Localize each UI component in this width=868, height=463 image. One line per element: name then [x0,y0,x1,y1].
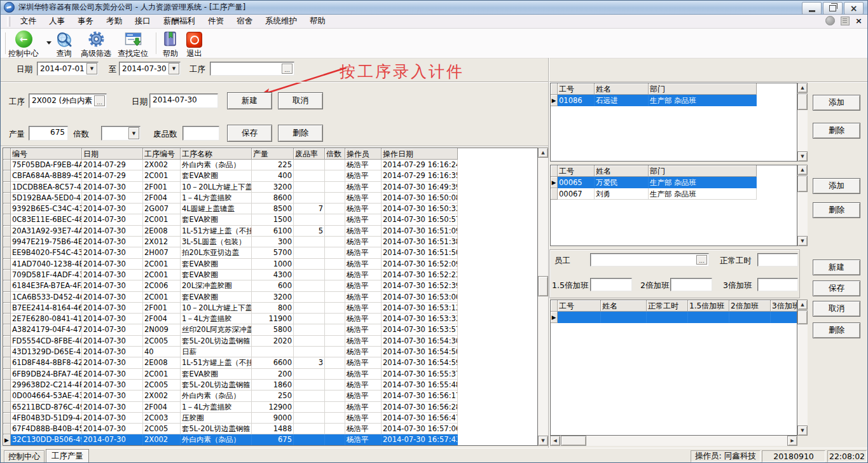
table-cell[interactable]: 75F05BDA-F9EB-4AA6-9 [11,160,82,170]
table-cell[interactable]: 杨浩平 [345,280,382,291]
scroll-thumb[interactable] [797,310,808,324]
table-cell[interactable] [325,182,345,193]
table-cell[interactable] [294,170,325,181]
table-cell[interactable]: 生产部 杂品班 [649,95,757,106]
table-cell[interactable]: 外白内素（杂品） [181,160,252,170]
table-cell[interactable]: 6600 [252,357,294,368]
table-cell[interactable]: 10－20LL方罐上下盖 [181,182,252,193]
exit-tool[interactable]: 退出 [186,31,202,59]
table-row[interactable]: 709D581F-4ADF-4339-82014-07-302C001套EVA胶… [3,270,537,280]
table-cell[interactable]: 2H007 [143,247,181,258]
column-header[interactable]: 工序编号 [143,148,181,160]
table-cell[interactable] [325,270,345,280]
qty-input[interactable]: 675 [29,126,68,141]
table-cell[interactable]: 2014-07-30 16:50:08 [382,193,458,204]
table-cell[interactable]: 2014-07-30 16:54:30 [382,336,458,347]
table-cell[interactable]: 9000 [252,413,294,424]
table-cell[interactable]: 5800 [252,324,294,335]
table-cell[interactable]: 2C001 [143,259,181,270]
table-cell[interactable]: 0D004664-53AE-4325-1 [11,390,82,401]
table-cell[interactable]: 2X012 [143,237,181,247]
column-header[interactable]: 姓名 [601,300,647,312]
table-cell[interactable]: 709D581F-4ADF-4339-8 [11,270,82,280]
table-row[interactable]: 6184E3FA-B7EA-4FA7-82014-07-302C00620L深冲… [3,280,537,291]
table-cell[interactable] [325,237,345,247]
table-cell[interactable] [325,214,345,225]
menu-attendance[interactable]: 考勤 [100,15,128,28]
table-cell[interactable]: 2X002 [143,434,181,445]
table-cell[interactable] [294,292,325,303]
table-cell[interactable]: 2014-07-30 [82,259,143,270]
column-header[interactable]: 工号 [558,165,595,177]
table-cell[interactable]: 2014-07-30 16:52:39 [382,280,458,291]
control-center-tool[interactable]: ← 控制中心 [8,31,39,59]
add-pick-button[interactable]: 添加 [813,178,860,194]
table-cell[interactable]: 2014-07-30 16:52:23 [382,270,458,280]
table-cell[interactable]: 杨浩平 [345,237,382,247]
workers-added-table[interactable]: 工号姓名部门▶01086石远进生产部 杂品班 [550,83,797,162]
table-cell[interactable]: 2C005 [143,424,181,434]
table-cell[interactable]: 2E008 [143,226,181,237]
table-cell[interactable]: 2014-07-30 16:55:37 [382,369,458,380]
menu-dormitory[interactable]: 宿舍 [230,15,259,28]
table-cell[interactable] [294,182,325,193]
table-cell[interactable]: 2F001 [143,182,181,193]
table-cell[interactable]: 5 [294,226,325,237]
table-cell[interactable]: 41AD7040-1238-4ED2-8 [11,259,82,270]
table-cell[interactable]: 杨浩平 [345,324,382,335]
table-cell[interactable]: 杨浩平 [345,247,382,258]
table-cell[interactable]: 2014-07-30 16:53:33 [382,314,458,324]
table-cell[interactable]: 杨浩平 [345,259,382,270]
help-tool[interactable]: 帮助 [162,31,179,59]
table-cell[interactable]: 日薪 [181,347,252,357]
column-header[interactable]: 正常工时 [647,300,688,312]
table-cell[interactable]: 2014-07-30 [82,182,143,193]
table-cell[interactable]: 2014-07-29 16:16:35 [382,170,458,181]
table-cell[interactable]: 300 [252,237,294,247]
table-cell[interactable]: 2014-07-30 16:51:38 [382,237,458,247]
table-cell[interactable]: 2N009 [143,324,181,335]
table-cell[interactable]: 2E7E6280-0841-4198-1 [11,314,82,324]
column-header[interactable]: 操作员 [345,148,382,160]
mdi-close-icon[interactable]: × [855,17,862,25]
table-cell[interactable] [325,314,345,324]
chevron-down-icon[interactable]: ▼ [128,127,139,139]
table-cell[interactable]: 2014-07-30 [82,402,143,413]
tab-control-center[interactable]: 控制中心 [4,450,45,463]
table-cell[interactable]: 刘勇 [595,188,649,200]
scroll-up-button[interactable]: ▲ [797,83,808,93]
table-cell[interactable]: 万爱民 [595,177,649,188]
table-cell[interactable]: 2014-07-29 16:16:24 [382,160,458,170]
table-cell[interactable]: B7EE2414-8164-4657-1 [11,303,82,314]
table-cell[interactable]: 外白内素（杂品） [181,390,252,401]
table-cell[interactable]: 2014-07-30 16:50:33 [382,204,458,214]
table-cell[interactable]: 2014-07-29 [82,160,143,170]
menu-piecework[interactable]: 件资 [202,15,230,28]
table-cell[interactable]: 3 [294,357,325,368]
table-cell[interactable]: 4300 [252,270,294,280]
table-cell[interactable]: 1L-51方罐上盖（不挂 [181,357,252,368]
table-cell[interactable]: 生产部 杂品班 [649,188,757,200]
vertical-scrollbar[interactable]: ▲ ▼ [538,148,548,446]
remove-worker-button[interactable]: 删除 [813,123,860,139]
table-cell[interactable] [294,214,325,225]
table-cell[interactable]: 1860 [252,380,294,390]
table-cell[interactable]: 1－4L方盖描胶 [181,193,252,204]
scroll-down-button[interactable]: ▼ [797,425,808,436]
cancel-button[interactable]: 取消 [278,92,323,109]
query-tool[interactable]: 查询 [55,31,72,59]
hours-delete-button[interactable]: 删除 [813,322,860,338]
table-cell[interactable]: 4L圆罐上盖辘盖 [181,204,252,214]
hours-cancel-button[interactable]: 取消 [813,301,860,317]
ellipsis-button[interactable]: ... [94,95,105,106]
table-cell[interactable]: 250 [252,390,294,401]
table-cell[interactable]: 杨浩平 [345,170,382,181]
table-cell[interactable] [325,324,345,335]
table-cell[interactable] [325,357,345,368]
table-cell[interactable]: 套5L-20L切边盖钢箍 [181,380,252,390]
column-header[interactable]: 编号 [11,148,82,160]
table-cell[interactable] [294,413,325,424]
table-cell[interactable]: 2014-07-30 16:57:06 [382,424,458,434]
table-cell[interactable]: 2014-07-30 16:56:28 [382,402,458,413]
column-header[interactable]: 废品率 [294,148,325,160]
